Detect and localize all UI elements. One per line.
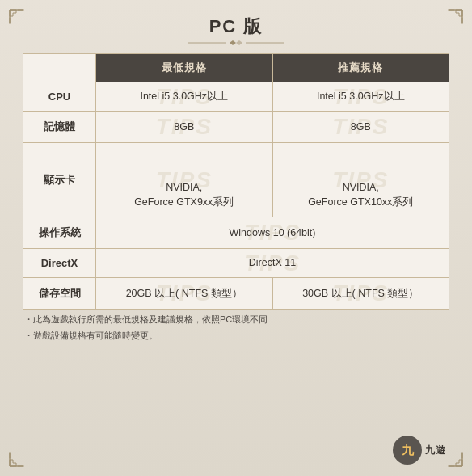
bottom-logo: 九 九遊: [393, 436, 446, 465]
row-label-cpu: CPU: [23, 82, 96, 112]
cell-text: 8GB: [174, 121, 194, 133]
cell-text: Intel i5 3.0GHz以上: [317, 91, 405, 102]
logo-icon: 九: [393, 436, 422, 465]
page-title: PC 版: [209, 15, 263, 39]
row-label-gpu: 顯示卡: [23, 143, 96, 217]
cell-text: Windows 10 (64bit): [230, 227, 316, 238]
cell-text: 20GB 以上( NTFS 類型）: [126, 288, 242, 299]
header-label-col: [23, 54, 96, 82]
table-row: 儲存空間 TIPS 20GB 以上( NTFS 類型） TIPS 30GB 以上…: [23, 278, 449, 310]
cell-text: 8GB: [351, 121, 371, 133]
table-row: 操作系統 TIPS Windows 10 (64bit): [23, 217, 449, 249]
corner-decoration-bl: [6, 431, 45, 470]
table-header-row: 最低規格 推薦規格: [23, 54, 449, 82]
cell-text: 30GB 以上( NTFS 類型）: [302, 288, 419, 299]
cell-gpu-recommended: TIPS NVIDIA, GeForce GTX10xx系列: [272, 143, 449, 217]
row-label-storage: 儲存空間: [23, 278, 96, 310]
svg-marker-10: [236, 40, 242, 45]
cell-os-merged: TIPS Windows 10 (64bit): [96, 217, 449, 249]
cell-cpu-min: TIPS Intel i5 3.0GHz以上: [96, 82, 273, 112]
cell-text: NVIDIA, GeForce GTX10xx系列: [308, 182, 413, 209]
row-label-os: 操作系統: [23, 217, 96, 249]
cell-gpu-min: TIPS NVIDIA, GeForce GTX9xx系列: [96, 143, 273, 217]
cell-cpu-recommended: TIPS Intel i5 3.0GHz以上: [272, 82, 449, 112]
svg-marker-9: [230, 40, 236, 45]
cell-text: NVIDIA, GeForce GTX9xx系列: [134, 182, 234, 209]
corner-decoration-tr: [427, 6, 466, 45]
page-background: PC 版 最低規格 推薦規格 CPU TIPS Intel i5 3.0GHz以: [0, 0, 472, 476]
cell-directx-merged: TIPS DirectX 11: [96, 249, 449, 278]
corner-decoration-tl: [6, 6, 45, 45]
logo-text: 九遊: [425, 444, 446, 457]
table-row: DirectX TIPS DirectX 11: [23, 249, 449, 278]
cell-storage-recommended: TIPS 30GB 以上( NTFS 類型）: [272, 278, 449, 310]
cell-memory-recommended: TIPS 8GB: [272, 112, 449, 143]
spec-table: 最低規格 推薦規格 CPU TIPS Intel i5 3.0GHz以上 TIP…: [23, 53, 449, 310]
cell-text: DirectX 11: [249, 257, 296, 268]
footnote-2: ・遊戲設備規格有可能隨時變更。: [24, 329, 448, 343]
header-recommended-col: 推薦規格: [272, 54, 449, 82]
cell-memory-min: TIPS 8GB: [96, 112, 273, 143]
logo-symbol: 九: [402, 443, 414, 458]
table-row: 顯示卡 TIPS NVIDIA, GeForce GTX9xx系列 TIPS N…: [23, 143, 449, 217]
footnotes: ・此為遊戲執行所需的最低規格及建議規格，依照PC環境不同 ・遊戲設備規格有可能隨…: [23, 310, 449, 348]
row-label-directx: DirectX: [23, 249, 96, 278]
table-row: 記憶體 TIPS 8GB TIPS 8GB: [23, 112, 449, 143]
title-divider: [188, 42, 284, 44]
table-row: CPU TIPS Intel i5 3.0GHz以上 TIPS Intel i5…: [23, 82, 449, 112]
cell-text: Intel i5 3.0GHz以上: [140, 91, 228, 102]
cell-storage-min: TIPS 20GB 以上( NTFS 類型）: [96, 278, 273, 310]
header-min-col: 最低規格: [96, 54, 273, 82]
row-label-memory: 記憶體: [23, 112, 96, 143]
footnote-1: ・此為遊戲執行所需的最低規格及建議規格，依照PC環境不同: [24, 313, 448, 327]
